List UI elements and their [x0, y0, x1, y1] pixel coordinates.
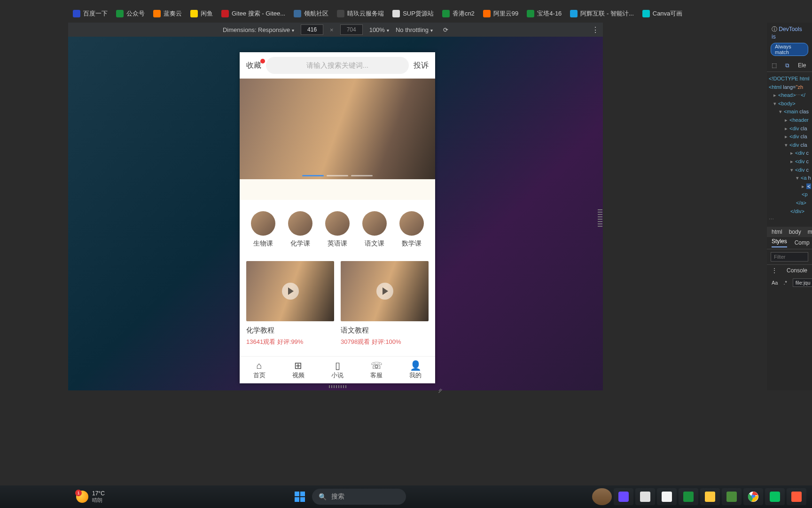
bookmark-item[interactable]: 睛玖云服务端: [337, 9, 384, 18]
bookmark-item[interactable]: SUP货源站: [392, 9, 434, 18]
search-input[interactable]: 请输入搜索关键词...: [266, 57, 409, 74]
times-icon: ×: [330, 26, 334, 33]
taskbar-search[interactable]: 🔍 搜索: [312, 489, 406, 505]
wechat-icon[interactable]: [765, 488, 785, 505]
tray-app-icon[interactable]: [722, 488, 742, 505]
svg-rect-5: [640, 492, 650, 502]
devtools-info: ⓘ DevTools is: [767, 23, 812, 43]
resize-handle-corner[interactable]: [436, 386, 443, 392]
chrome-icon[interactable]: [743, 488, 763, 505]
category-item[interactable]: 英语课: [325, 211, 350, 248]
complain-button[interactable]: 投诉: [414, 61, 429, 71]
favorites-button[interactable]: 收藏: [246, 61, 261, 71]
svg-rect-7: [683, 492, 694, 502]
windows-taskbar: 1 17°C 晴朗 🔍 搜索: [0, 485, 812, 508]
resize-handle-bottom[interactable]: [329, 385, 348, 388]
tray-app-icon[interactable]: [787, 488, 806, 505]
indicator-dot[interactable]: [327, 175, 348, 176]
bookmark-item[interactable]: Gitee 搜索 - Gitee...: [221, 9, 285, 18]
svg-rect-13: [791, 492, 802, 502]
file-filter-input[interactable]: [793, 278, 812, 287]
avatar: [399, 211, 424, 236]
bookmark-item[interactable]: 百度一下: [73, 9, 108, 18]
bookmark-item[interactable]: 蓝奏云: [153, 9, 182, 18]
nav-video[interactable]: ⊞视频: [279, 357, 318, 383]
dimensions-dropdown[interactable]: Dimensions: Responsive: [223, 26, 294, 33]
bookmark-item[interactable]: 香港cn2: [442, 9, 475, 18]
search-icon: 🔍: [319, 493, 327, 500]
video-title: 语文教程: [341, 326, 429, 335]
tray-app-icon[interactable]: [614, 488, 633, 505]
promo-strip: [240, 179, 435, 200]
bottom-nav: ⌂首页 ⊞视频 ▯小说 ☏客服 👤我的: [240, 356, 435, 383]
grid-icon: ⊞: [294, 361, 302, 370]
nav-novel[interactable]: ▯小说: [318, 357, 357, 383]
hero-banner[interactable]: [240, 79, 435, 179]
more-icon[interactable]: ⋮: [592, 25, 599, 34]
bookmark-item[interactable]: 公众号: [116, 9, 145, 18]
avatar: [362, 211, 387, 236]
svg-rect-4: [618, 492, 629, 502]
play-icon: [376, 283, 393, 300]
match-pill[interactable]: Always match: [771, 43, 808, 56]
indicator-dot[interactable]: [302, 175, 324, 176]
bookmark-item[interactable]: Canva可画: [642, 9, 683, 18]
nav-profile[interactable]: 👤我的: [396, 357, 435, 383]
elements-tree[interactable]: <!DOCTYPE html <html lang="zh ▸<head>⋯</…: [767, 72, 812, 227]
tray-app-icon[interactable]: [657, 488, 677, 505]
tray-app-icon[interactable]: [679, 488, 698, 505]
nav-support[interactable]: ☏客服: [357, 357, 396, 383]
device-toggle-icon[interactable]: ⧉: [785, 62, 789, 69]
bookmark-item[interactable]: 阿里云99: [483, 9, 518, 18]
svg-rect-6: [662, 492, 672, 502]
video-card[interactable]: 语文教程 30798观看 好评:100%: [341, 261, 429, 346]
category-item[interactable]: 语文课: [362, 211, 387, 248]
tab-console[interactable]: Console: [787, 267, 807, 274]
category-item[interactable]: 生物课: [251, 211, 275, 248]
svg-rect-2: [295, 497, 299, 502]
play-icon: [282, 283, 299, 300]
throttling-dropdown[interactable]: No throttling: [396, 26, 433, 33]
aa-icon[interactable]: Aa: [772, 280, 778, 286]
console-filter-row: Aa .*: [767, 277, 812, 289]
category-item[interactable]: 数学课: [399, 211, 424, 248]
tab-elements[interactable]: Ele: [798, 62, 806, 69]
tab-styles[interactable]: Styles: [772, 238, 787, 247]
video-stats: 30798观看 好评:100%: [341, 338, 429, 346]
inspect-icon[interactable]: ⬚: [772, 62, 777, 69]
user-icon: 👤: [410, 361, 422, 370]
bookmark-item[interactable]: 闲鱼: [190, 9, 213, 18]
zoom-dropdown[interactable]: 100%: [369, 26, 389, 33]
devtools-tabs: ⬚ ⧉ Ele: [767, 59, 812, 72]
avatar: [251, 211, 275, 236]
height-input[interactable]: [340, 24, 363, 35]
indicator-dot[interactable]: [351, 175, 373, 176]
avatar: [288, 211, 312, 236]
filter-input[interactable]: [771, 252, 808, 262]
rotate-icon[interactable]: ⟳: [443, 26, 448, 33]
tab-computed[interactable]: Comp: [795, 239, 810, 246]
console-bar: ⋮ Console: [767, 264, 812, 277]
tray-app-icon[interactable]: [700, 488, 720, 505]
elements-breadcrumb[interactable]: html body m: [767, 227, 812, 237]
regex-icon[interactable]: .*: [783, 280, 787, 286]
video-card[interactable]: 化学教程 13641观看 好评:99%: [246, 261, 334, 346]
bookmark-item[interactable]: 阿辉互联 - 智能计...: [570, 9, 633, 18]
tray-app-icon[interactable]: [635, 488, 655, 505]
start-button[interactable]: [290, 487, 309, 506]
resize-handle-right[interactable]: [598, 209, 602, 228]
nav-home[interactable]: ⌂首页: [240, 357, 279, 383]
bookmark-item[interactable]: 宝塔4-16: [527, 9, 562, 18]
bookmark-item[interactable]: 领航社区: [294, 9, 328, 18]
svg-rect-0: [295, 492, 299, 496]
app-header: 收藏 请输入搜索关键词... 投诉: [240, 52, 435, 79]
mobile-viewport: 收藏 请输入搜索关键词... 投诉 生物课 化学课 英语课 语文课 数学课 化学…: [240, 52, 435, 383]
width-input[interactable]: [301, 24, 323, 35]
video-stats: 13641观看 好评:99%: [246, 338, 334, 346]
category-item[interactable]: 化学课: [288, 211, 312, 248]
video-thumbnail: [246, 261, 334, 321]
weather-widget[interactable]: 1 17°C 晴朗: [76, 490, 105, 503]
tray-app-icon[interactable]: [592, 488, 612, 505]
more-icon[interactable]: ⋮: [772, 267, 777, 274]
bookmarks-bar: 百度一下 公众号 蓝奏云 闲鱼 Gitee 搜索 - Gitee... 领航社区…: [73, 8, 812, 19]
